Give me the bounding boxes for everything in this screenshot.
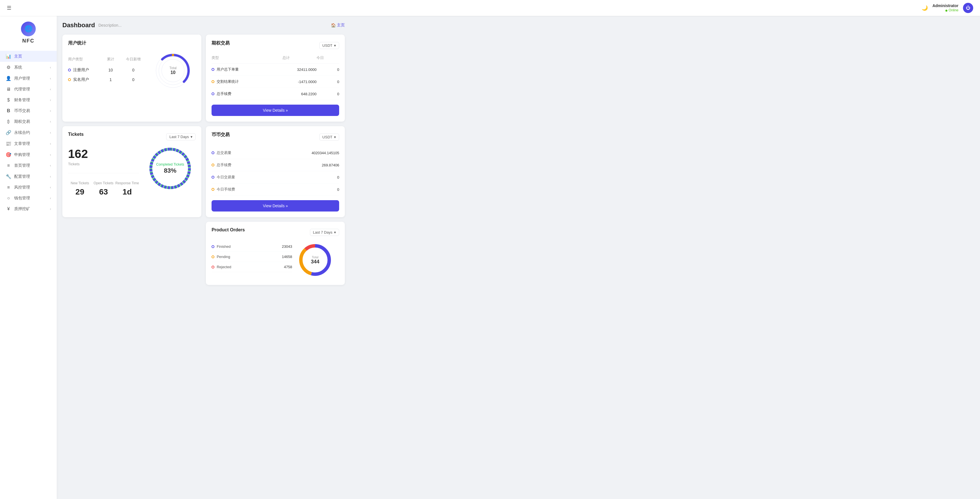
moon-icon[interactable]: 🌙: [921, 5, 928, 11]
options-row1-total: 32411.0000: [282, 67, 317, 72]
power-button[interactable]: ⏻: [963, 3, 973, 13]
options-row1-dot: [212, 68, 215, 71]
tickets-card: Tickets Last 7 Days ▾ 162 Tickets New Ti…: [62, 126, 201, 217]
power-icon: ⏻: [966, 5, 970, 11]
options-row3-type: 总手续费: [216, 91, 231, 96]
sidebar-item-config[interactable]: 🔧 配置管理 ‹: [0, 171, 57, 182]
home-breadcrumb[interactable]: 🏠 主页: [331, 23, 345, 28]
admin-name: Administrator: [932, 3, 958, 8]
options-row2-dot: [212, 80, 215, 83]
pending-label: Pending: [216, 254, 230, 259]
sidebar-item-finance-label: 财务管理: [14, 97, 30, 103]
topbar: ☰ 🌙 Administrator Online ⏻: [0, 0, 980, 16]
coin-row2-value: 269.87406: [322, 163, 339, 167]
sidebar-item-options-trade-label: 期权交易: [14, 119, 30, 124]
tickets-donut: Completed Tickets 83%: [146, 144, 194, 192]
sidebar-item-system[interactable]: ⚙ 系统 ‹: [0, 62, 57, 73]
product-orders-list: Finished 23043 Pending 14658: [212, 242, 292, 272]
hamburger-icon[interactable]: ☰: [7, 5, 11, 11]
sidebar-item-coin-trade-label: 币币交易: [14, 108, 30, 113]
tickets-header: Tickets Last 7 Days ▾: [68, 132, 196, 141]
options-currency-selector[interactable]: USDT ▾: [319, 42, 339, 49]
user-stats-title: 用户统计: [68, 40, 196, 46]
tickets-count: 162: [68, 147, 139, 161]
sidebar-item-perpetual[interactable]: 🔗 永续合约 ‹: [0, 127, 57, 138]
user-stats-donut: Total 10: [153, 51, 193, 91]
tickets-period-selector[interactable]: Last 7 Days ▾: [166, 133, 196, 140]
options-trading-header: 期权交易 USDT ▾: [212, 40, 339, 51]
sidebar-item-user-mgmt-label: 用户管理: [14, 76, 30, 81]
chevron-right-icon: ‹: [50, 120, 51, 124]
page-header: Dashboard Description... 🏠 主页: [62, 22, 345, 29]
sidebar: 🌐 NFC 📊 主页 ⚙ 系统 ‹ 👤 用户管理 ‹: [0, 16, 57, 499]
tickets-left: 162 Tickets New Tickets 29 Open Tickets …: [68, 147, 139, 200]
topbar-left: ☰: [7, 5, 11, 11]
sidebar-item-system-label: 系统: [14, 65, 22, 70]
chevron-right-icon: ‹: [50, 175, 51, 179]
sidebar-item-risk-label: 风控管理: [14, 185, 30, 190]
finished-dot: [212, 245, 215, 248]
rejected-value: 4758: [284, 265, 292, 269]
homepage-icon: ≡: [6, 163, 11, 168]
chevron-right-icon: ‹: [50, 131, 51, 135]
coin-row1-value: 4020344.145105: [312, 151, 339, 155]
cards-grid: 用户统计 用户类型 累计 今日新增 注册: [62, 35, 345, 285]
tickets-body: 162 Tickets New Tickets 29 Open Tickets …: [68, 147, 196, 200]
options-trading-card: 期权交易 USDT ▾ 类型 总计 今日 用户总下: [206, 35, 345, 122]
layout: 🌐 NFC 📊 主页 ⚙ 系统 ‹ 👤 用户管理 ‹: [0, 16, 980, 499]
mining-icon: ¥: [6, 207, 11, 211]
coin-trading-header: 币币交易 USDT ▾: [212, 132, 339, 142]
registered-user-label: 注册用户: [73, 67, 89, 73]
sidebar-item-risk[interactable]: ≡ 风控管理 ‹: [0, 182, 57, 193]
product-orders-period-selector[interactable]: Last 7 Days ▾: [310, 229, 339, 236]
home-breadcrumb-icon: 🏠: [331, 23, 336, 27]
coin-row3-dot: [212, 176, 215, 179]
options-view-details-button[interactable]: View Details »: [212, 105, 339, 116]
coin-view-details-button[interactable]: View Details »: [212, 200, 339, 211]
options-row3-dot: [212, 92, 215, 95]
chevron-down-icon: ▾: [334, 43, 336, 48]
user-icon: 👤: [6, 76, 11, 81]
registered-user-dot: [68, 68, 71, 72]
options-table-header: 类型 总计 今日: [212, 55, 339, 64]
coin-row3-label: 今日交易量: [216, 175, 235, 180]
sidebar-item-wallet[interactable]: ○ 钱包管理 ‹: [0, 193, 57, 203]
page-title: Dashboard: [62, 22, 95, 29]
sidebar-item-options-trade[interactable]: ₿ 期权交易 ‹: [0, 116, 57, 127]
sidebar-item-finance[interactable]: $ 财务管理 ‹: [0, 95, 57, 105]
sidebar-item-home[interactable]: 📊 主页: [0, 51, 57, 62]
options-row1-type: 用户总下单量: [216, 67, 239, 72]
coin-row1-dot: [212, 151, 215, 154]
chevron-right-icon: ‹: [50, 153, 51, 157]
sidebar-item-user-mgmt[interactable]: 👤 用户管理 ‹: [0, 73, 57, 84]
chevron-down-icon: ▾: [334, 135, 336, 139]
coin-currency-selector[interactable]: USDT ▾: [319, 133, 339, 141]
options-row2-type: 交割结果统计: [216, 79, 239, 84]
sidebar-item-mining[interactable]: ¥ 质押挖矿 ‹: [0, 203, 57, 215]
options-row2-total: -1471.0000: [282, 79, 317, 84]
sidebar-item-agent-mgmt[interactable]: 🖥 代理管理 ‹: [0, 84, 57, 95]
logo-icon: 🌐: [25, 25, 32, 33]
sidebar-item-coin-trade[interactable]: B 币币交易 ‹: [0, 105, 57, 116]
sidebar-item-article[interactable]: 📰 文章管理 ‹: [0, 138, 57, 149]
chevron-down-icon: ▾: [334, 230, 336, 234]
product-orders-period-label: Last 7 Days: [313, 230, 332, 234]
chevron-down-icon: ▾: [191, 135, 192, 139]
user-stats-card: 用户统计 用户类型 累计 今日新增 注册: [62, 35, 201, 122]
sidebar-item-homepage[interactable]: ≡ 首页管理 ‹: [0, 160, 57, 171]
table-row: 交割结果统计 -1471.0000 0: [212, 76, 339, 88]
options-table: 类型 总计 今日 用户总下单量 32411.0000 0: [212, 55, 339, 100]
registered-user-total: 10: [99, 68, 122, 72]
subscription-icon: 🎯: [6, 152, 11, 157]
coin-row2-label: 总手续费: [216, 162, 231, 168]
chevron-right-icon: ‹: [50, 76, 51, 81]
product-orders-donut: Total 344: [297, 242, 339, 279]
sidebar-item-subscription[interactable]: 🎯 申购管理 ‹: [0, 149, 57, 160]
sidebar-item-perpetual-label: 永续合约: [14, 130, 30, 135]
sidebar-item-homepage-label: 首页管理: [14, 163, 30, 168]
product-orders-title: Product Orders: [212, 227, 245, 232]
main-content: Dashboard Description... 🏠 主页 用户统计 用户类型: [57, 16, 350, 499]
coin-row4-value: 0: [337, 188, 339, 192]
admin-status: Online: [945, 8, 958, 13]
coin-row-2: 总手续费 269.87406: [212, 159, 339, 171]
